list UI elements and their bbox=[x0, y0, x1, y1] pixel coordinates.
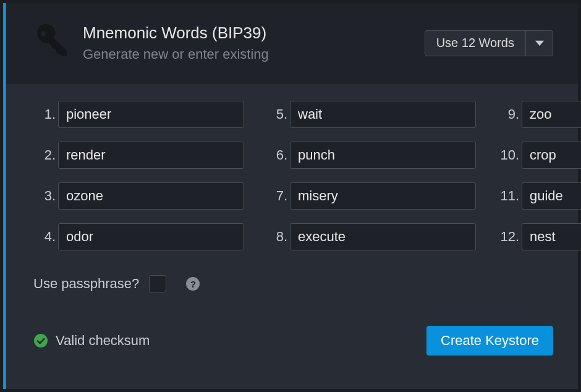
mnemonic-words-grid: 1.2.3.4.5.6.7.8.9.10.11.12. bbox=[31, 101, 553, 250]
word-input[interactable] bbox=[58, 182, 244, 210]
word-input[interactable] bbox=[522, 182, 581, 210]
word-input[interactable] bbox=[290, 223, 476, 250]
word-input[interactable] bbox=[290, 101, 476, 128]
word-row: 12. bbox=[494, 223, 581, 250]
header-titles: Mnemonic Words (BIP39) Generate new or e… bbox=[83, 23, 425, 62]
word-number: 3. bbox=[31, 188, 58, 204]
word-number: 10. bbox=[494, 147, 522, 163]
chevron-down-icon bbox=[535, 39, 544, 48]
word-row: 3. bbox=[31, 182, 244, 210]
word-row: 9. bbox=[494, 101, 581, 128]
word-input[interactable] bbox=[58, 142, 244, 169]
create-keystore-button[interactable]: Create Keystore bbox=[426, 326, 553, 356]
status-text: Valid checksum bbox=[56, 333, 150, 349]
word-number: 8. bbox=[263, 229, 290, 245]
word-row: 4. bbox=[31, 223, 244, 250]
word-number: 6. bbox=[263, 147, 290, 163]
word-row: 2. bbox=[31, 142, 244, 169]
panel-header: Mnemonic Words (BIP39) Generate new or e… bbox=[6, 3, 578, 83]
word-count-label: Use 12 Words bbox=[436, 36, 514, 50]
word-row: 7. bbox=[263, 182, 476, 210]
checksum-status: Valid checksum bbox=[33, 333, 150, 349]
word-number: 9. bbox=[494, 106, 522, 122]
word-row: 5. bbox=[263, 101, 476, 128]
key-icon bbox=[27, 22, 70, 65]
passphrase-label: Use passphrase? bbox=[33, 276, 139, 292]
passphrase-checkbox[interactable] bbox=[149, 275, 166, 292]
word-input[interactable] bbox=[58, 223, 244, 250]
checkmark-circle-icon bbox=[33, 333, 48, 348]
word-number: 4. bbox=[31, 229, 58, 245]
word-number: 1. bbox=[31, 106, 58, 122]
word-count-dropdown[interactable] bbox=[526, 30, 553, 56]
word-number: 5. bbox=[263, 106, 290, 122]
mnemonic-panel: Mnemonic Words (BIP39) Generate new or e… bbox=[3, 3, 578, 389]
panel-subtitle: Generate new or enter existing bbox=[83, 46, 425, 62]
word-number: 2. bbox=[31, 147, 58, 163]
svg-point-0 bbox=[34, 334, 48, 347]
word-input[interactable] bbox=[58, 101, 244, 128]
word-row: 6. bbox=[263, 142, 476, 169]
panel-title: Mnemonic Words (BIP39) bbox=[83, 23, 425, 43]
word-number: 11. bbox=[494, 188, 522, 204]
word-input[interactable] bbox=[522, 223, 581, 250]
word-row: 11. bbox=[494, 182, 581, 210]
word-row: 1. bbox=[31, 101, 244, 128]
word-row: 10. bbox=[494, 142, 581, 169]
word-input[interactable] bbox=[290, 142, 476, 169]
word-count-selector: Use 12 Words bbox=[425, 30, 553, 56]
word-input[interactable] bbox=[290, 182, 476, 210]
passphrase-row: Use passphrase? ? bbox=[33, 275, 553, 292]
word-number: 12. bbox=[494, 229, 522, 245]
panel-footer: Valid checksum Create Keystore bbox=[33, 326, 553, 356]
help-icon[interactable]: ? bbox=[186, 277, 200, 291]
word-input[interactable] bbox=[522, 101, 581, 128]
panel-content: 1.2.3.4.5.6.7.8.9.10.11.12. Use passphra… bbox=[6, 83, 578, 370]
word-input[interactable] bbox=[522, 142, 581, 169]
word-row: 8. bbox=[263, 223, 476, 250]
word-count-button[interactable]: Use 12 Words bbox=[425, 30, 526, 56]
word-number: 7. bbox=[263, 188, 290, 204]
